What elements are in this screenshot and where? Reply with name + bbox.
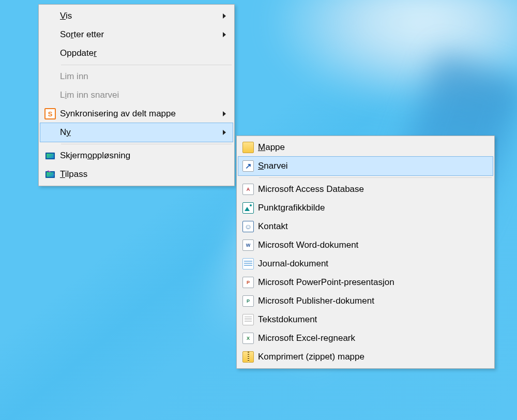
context-menu-item: Lim inn snarvei <box>40 86 233 104</box>
context-menu-item[interactable]: Vis <box>40 7 233 25</box>
publisher-file-icon: P <box>242 295 254 307</box>
mnemonic-underline: o <box>87 151 92 160</box>
mnemonic-underline: S <box>258 161 264 171</box>
menu-item-label: Ny <box>60 127 219 138</box>
chevron-right-icon <box>223 13 226 19</box>
menu-item-label: Skjermoppløsning <box>60 151 219 161</box>
new-submenu: MappeSnarveiAMicrosoft Access DatabasePu… <box>236 136 495 369</box>
context-menu-item[interactable]: SSynkronisering av delt mappe <box>40 104 233 123</box>
new-submenu-item[interactable]: Mappe <box>238 138 493 157</box>
mnemonic-underline: V <box>60 11 66 21</box>
excel-file-icon: X <box>242 333 254 344</box>
menu-separator <box>61 144 232 144</box>
menu-item-label: Microsoft Word-dokument <box>258 240 479 250</box>
new-submenu-item[interactable]: AMicrosoft Access Database <box>238 180 493 199</box>
chevron-right-icon <box>223 32 226 37</box>
menu-item-label: Vis <box>60 11 219 21</box>
mnemonic-underline: M <box>258 142 265 152</box>
menu-item-label: Tekstdokument <box>258 314 479 325</box>
bitmap-file-icon <box>242 202 254 214</box>
menu-item-label: Microsoft Excel-regneark <box>258 333 479 343</box>
new-submenu-item[interactable]: PMicrosoft PowerPoint-presentasjon <box>238 273 493 292</box>
desktop-background[interactable]: VisSorter etterOppdaterLim innLim inn sn… <box>0 0 517 420</box>
journal-file-icon <box>242 258 254 269</box>
menu-item-label: Lim inn snarvei <box>60 90 219 100</box>
menu-item-label: Microsoft Publisher-dokument <box>258 296 479 306</box>
new-submenu-item[interactable]: WMicrosoft Word-dokument <box>238 236 493 254</box>
submenu-arrow-slot <box>219 127 230 138</box>
context-menu-item: Lim inn <box>40 67 233 86</box>
menu-separator <box>61 65 232 65</box>
mnemonic-underline: T <box>60 169 65 179</box>
submenu-arrow-slot <box>219 29 230 40</box>
new-submenu-item[interactable]: Tekstdokument <box>238 310 493 329</box>
context-menu-item[interactable]: Oppdater <box>40 44 233 63</box>
chevron-right-icon <box>223 130 226 135</box>
menu-item-label: Microsoft PowerPoint-presentasjon <box>258 277 479 288</box>
menu-item-label: Lim inn <box>60 71 219 82</box>
context-menu-item[interactable]: Ny <box>40 123 233 142</box>
contact-file-icon: ☺ <box>242 221 254 232</box>
new-submenu-item[interactable]: Journal-dokument <box>238 254 493 273</box>
menu-item-label: Punktgrafikkbilde <box>258 203 479 213</box>
menu-item-label: Komprimert (zippet) mappe <box>258 352 479 362</box>
new-submenu-item[interactable]: PMicrosoft Publisher-dokument <box>238 292 493 310</box>
submenu-arrow-slot <box>219 11 230 21</box>
display-icon <box>45 152 55 160</box>
sync-icon: S <box>44 108 56 119</box>
chevron-right-icon <box>223 111 226 116</box>
menu-item-label: Oppdater <box>60 48 219 58</box>
new-submenu-item[interactable]: Snarvei <box>238 157 493 175</box>
menu-item-label: Synkronisering av delt mappe <box>60 109 219 119</box>
shortcut-icon <box>242 160 254 172</box>
menu-item-label: Tilpass <box>60 169 219 179</box>
context-menu-item[interactable]: Skjermoppløsning <box>40 146 233 165</box>
mnemonic-underline: r <box>94 48 97 58</box>
menu-item-label: Snarvei <box>258 161 479 171</box>
access-file-icon: A <box>242 184 254 195</box>
context-menu-item[interactable]: Tilpass <box>40 165 233 184</box>
wallpaper-decoration <box>238 0 517 124</box>
new-submenu-item[interactable]: ☺Kontakt <box>238 217 493 236</box>
powerpoint-file-icon: P <box>242 277 254 288</box>
menu-separator <box>259 177 492 178</box>
personalize-icon <box>45 171 55 178</box>
menu-item-label: Sorter etter <box>60 29 219 40</box>
desktop-context-menu: VisSorter etterOppdaterLim innLim inn sn… <box>38 4 235 186</box>
text-file-icon <box>242 314 254 325</box>
new-submenu-item[interactable]: XMicrosoft Excel-regneark <box>238 329 493 348</box>
menu-item-label: Kontakt <box>258 221 479 232</box>
menu-item-label: Mappe <box>258 142 479 153</box>
new-submenu-item[interactable]: Komprimert (zippet) mappe <box>238 348 493 366</box>
zip-folder-icon <box>242 351 254 363</box>
menu-item-label: Microsoft Access Database <box>258 184 479 194</box>
new-submenu-item[interactable]: Punktgrafikkbilde <box>238 199 493 217</box>
context-menu-item[interactable]: Sorter etter <box>40 25 233 44</box>
submenu-arrow-slot <box>219 109 230 119</box>
mnemonic-underline: y <box>66 127 71 137</box>
folder-icon <box>242 142 254 153</box>
menu-item-label: Journal-dokument <box>258 259 479 269</box>
word-file-icon: W <box>242 239 254 251</box>
